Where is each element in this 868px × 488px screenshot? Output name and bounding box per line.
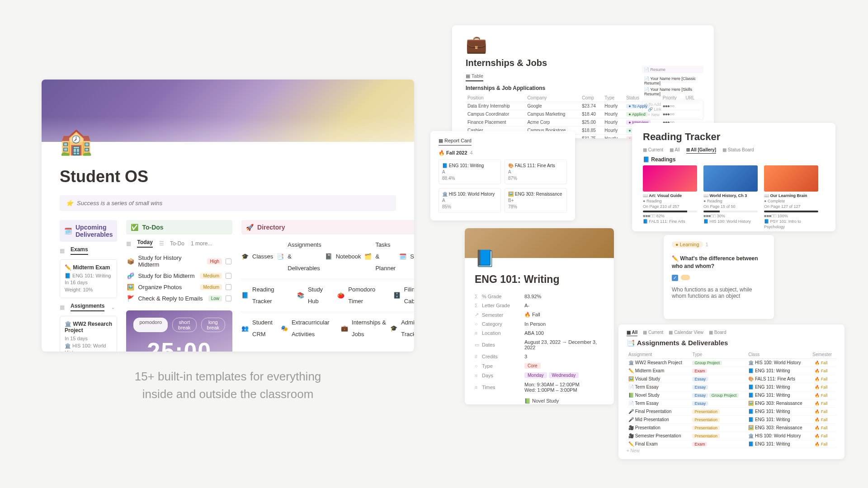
val-letter[interactable]: A- <box>524 303 604 308</box>
pomodoro-tab[interactable]: pomodoro <box>133 318 168 332</box>
directory-item[interactable]: 📑Assignments & Deliverables <box>277 239 321 274</box>
directory-item[interactable]: 💼Internships & Jobs <box>341 317 387 340</box>
col-type[interactable]: Type <box>603 94 624 102</box>
tab-current[interactable]: ▦ Current <box>643 330 663 336</box>
tab-table[interactable]: ▦ Table <box>466 73 483 81</box>
directory-item[interactable]: 🗂️Tasks & Planner <box>364 239 396 274</box>
todo-item[interactable]: 🚩 Check & Reply to Emails Low <box>126 293 232 304</box>
col-assignment[interactable]: Assignment <box>627 351 690 359</box>
val-times[interactable]: Mon: 9:30AM – 12:00PMWed: 1:00PM – 3:00P… <box>524 382 604 393</box>
resume-item[interactable]: 📄 Your Name Here [Skills Resume] <box>642 86 703 97</box>
checkbox[interactable] <box>226 273 231 279</box>
table-row[interactable]: 🖼️ Visual Study Essay 🎨 FALS 111: Fine A… <box>627 375 836 383</box>
short-break-tab[interactable]: short break <box>172 318 197 332</box>
course-card[interactable]: 🖼️ ENG 303: Renaissance B+ 78% <box>505 188 567 213</box>
val-grade[interactable]: 83.92% <box>524 294 604 299</box>
table-row[interactable]: ✏️ Final Exam Exam 📘 ENG 101: Writing 🔥 … <box>627 440 836 448</box>
assignment-link[interactable]: 📗 Novel Study <box>524 397 604 404</box>
assignment-card[interactable]: 🏛️ WW2 Research Project In 15 days 🏛️ HI… <box>60 316 117 352</box>
type-tag: Presentation <box>692 426 720 430</box>
val-assignments[interactable]: 📗 Novel Study📄 Term Essay🎤 Final Present… <box>524 397 604 404</box>
tab-assignments[interactable]: Assignments <box>71 303 104 311</box>
course-title: 🖼️ ENG 303: Renaissance <box>508 192 563 197</box>
tab-report[interactable]: ▦ Report Card <box>439 138 472 145</box>
course-card[interactable]: 🎨 FALS 111: Fine Arts A 87% <box>505 160 567 184</box>
val-days[interactable]: MondayWednesday <box>524 372 604 378</box>
cell-semester: 🔥 Fall <box>811 391 836 399</box>
table-row[interactable]: ✏️ Midterm Exam Exam 📘 ENG 101: Writing … <box>627 367 836 375</box>
tab-all-gallery[interactable]: ⊞ All [Gallery] <box>686 147 717 154</box>
col-class[interactable]: Class <box>746 351 811 359</box>
resume-item[interactable]: 📄 Your Name Here [Classic Resume] <box>642 75 703 86</box>
directory-item[interactable]: 🎓Classes <box>241 251 273 263</box>
col-company[interactable]: Company <box>525 94 580 102</box>
todo-icon: 🖼️ <box>127 284 134 291</box>
col-position[interactable]: Position <box>466 94 525 102</box>
val-credits[interactable]: 3 <box>524 354 604 359</box>
long-break-tab[interactable]: long break <box>201 318 226 332</box>
book-class: 📘 PSY 101: Intro to Psychology <box>764 219 818 230</box>
new-row[interactable]: + New <box>627 448 836 453</box>
directory-item[interactable]: 📚Study Hub <box>297 284 334 307</box>
todo-item[interactable]: 📦 Study for History Midterm High <box>126 252 232 270</box>
todo-item[interactable]: 🧬 Study for Bio Midterm Medium <box>126 270 232 282</box>
directory-item[interactable]: 🎭Extracurricular Activities <box>281 317 337 340</box>
col-type[interactable]: Type <box>690 351 746 359</box>
directory-item[interactable]: 🗓️Semesters <box>399 251 414 263</box>
checkbox[interactable] <box>226 296 231 301</box>
val-dates[interactable]: August 23, 2022 → December 3, 2022 <box>524 339 604 350</box>
directory-item[interactable]: 📓Notebook <box>325 251 361 263</box>
cell-assignment: 📄 Term Essay <box>627 399 690 408</box>
tab-all[interactable]: ▦ All <box>627 330 637 336</box>
directory-item[interactable]: 👥Student CRM <box>241 317 277 340</box>
tab-status-board[interactable]: ▦ Status Board <box>722 147 754 154</box>
checkbox[interactable] <box>226 284 231 290</box>
tab-board[interactable]: ▦ Board <box>709 330 726 336</box>
table-row[interactable]: 📗 Novel Study Essay Group Project 📘 ENG … <box>627 391 836 399</box>
checkbox[interactable] <box>226 258 231 264</box>
link-item[interactable]: 🔗 Link <box>645 107 700 112</box>
val-type[interactable]: Core <box>524 363 604 369</box>
new-row[interactable]: + New <box>645 112 700 117</box>
course-card[interactable]: 📘 ENG 101: Writing A 88.4% <box>439 160 501 184</box>
tab-calendar[interactable]: ▦ Calendar View <box>669 330 703 336</box>
table-row[interactable]: 📄 Term Essay Essay 📘 ENG 101: Writing 🔥 … <box>627 383 836 391</box>
directory-item[interactable]: 📘Reading Tracker <box>241 284 293 307</box>
table-row[interactable]: 🎤 Mid Presentation Presentation 📘 ENG 10… <box>627 416 836 424</box>
val-location[interactable]: ABA 100 <box>524 330 604 336</box>
table-row[interactable]: 🎥 Semester Presentation Presentation 🏛️ … <box>627 432 836 440</box>
directory-item[interactable]: 🎓Admissions Tracker <box>390 317 414 340</box>
book-card[interactable]: 📖 Our Learning Brain ● Complete On Page … <box>764 165 818 230</box>
val-semester[interactable]: 🔥 Fall <box>524 312 604 318</box>
directory-item[interactable]: 🍅Pomodoro Timer <box>337 284 389 307</box>
tab-current[interactable]: ▦ Current <box>643 147 663 154</box>
exam-card[interactable]: ✏️ Midterm Exam 📘 ENG 101: Writing In 16… <box>60 259 117 298</box>
todo-item[interactable]: 🖼️ Organize Photos Medium <box>126 282 232 293</box>
book-card[interactable]: 📖 Art: Visual Guide ● Reading On Page 21… <box>643 165 697 230</box>
tab-today[interactable]: Today <box>137 239 152 248</box>
cell-type: Presentation <box>690 432 746 440</box>
deliverables-head: 🗓️ Upcoming Deliverables <box>60 220 117 242</box>
col-comp[interactable]: Comp <box>580 94 603 102</box>
table-row[interactable]: 🏛️ WW2 Research Project Group Project 🏛️… <box>627 359 836 367</box>
key-credits: Credits <box>482 354 498 359</box>
more-tabs[interactable]: 1 more... <box>191 240 212 247</box>
directory-item[interactable]: 🗄️Filing Cabinet <box>393 284 414 307</box>
reveal-checkbox[interactable]: ✓ <box>672 275 678 281</box>
table-row[interactable]: 📄 Term Essay Essay 🖼️ ENG 303: Renaissan… <box>627 399 836 408</box>
col-semester[interactable]: Semester <box>811 351 836 359</box>
course-card[interactable]: 🏛️ HIS 100: World History A 85% <box>439 188 501 213</box>
table-row[interactable]: 🎤 Final Presentation Presentation 📘 ENG … <box>627 408 836 416</box>
key-times: Times <box>482 385 495 390</box>
report-card: ▦ Report Card 🔥 Fall 20224 📘 ENG 101: Wr… <box>430 131 575 221</box>
table-row[interactable]: 🎥 Presentation Presentation 🖼️ ENG 303: … <box>627 424 836 432</box>
book-card[interactable]: 📖 World History, Ch 3 ● Reading On Page … <box>703 165 758 230</box>
val-category[interactable]: In Person <box>524 321 604 327</box>
tab-todo[interactable]: To-Do <box>170 240 184 247</box>
type-tag: Exam <box>692 369 707 373</box>
cell-assignment: 🎤 Final Presentation <box>627 408 690 416</box>
toggle[interactable] <box>681 275 690 280</box>
directory-head: 🚀 Directory <box>241 220 414 235</box>
tab-all[interactable]: ▦ All <box>670 147 679 154</box>
tab-exams[interactable]: Exams <box>71 246 88 255</box>
